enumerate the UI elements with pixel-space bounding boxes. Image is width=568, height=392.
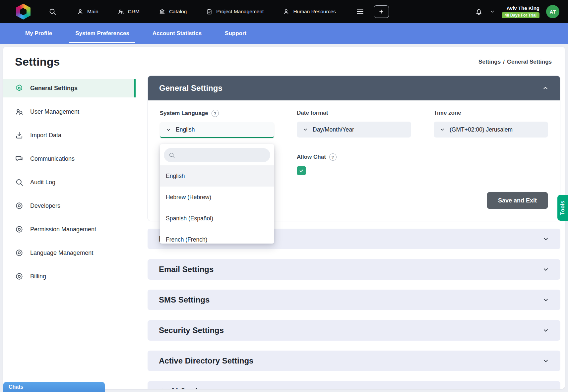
settings-sidebar: General Settings User Management Import … (3, 75, 136, 389)
help-icon[interactable] (212, 110, 219, 117)
section-sms-settings[interactable]: SMS Settings (148, 290, 560, 310)
sidebar-item-label: Audit Log (30, 179, 55, 186)
breadcrumb-root[interactable]: Settings (478, 59, 501, 65)
plus-icon (378, 8, 385, 15)
tab-label: Support (225, 30, 246, 37)
tab-system-preferences[interactable]: System Preferences (67, 23, 137, 44)
chevron-down-icon (166, 127, 171, 133)
chevron-down-icon (542, 236, 549, 242)
user-menu[interactable]: Aviv The King 48 Days For Trial (502, 5, 539, 18)
chevron-up-icon[interactable] (542, 85, 549, 91)
nav-item-human-resources[interactable]: Human Resources (283, 8, 336, 15)
allow-chat-checkbox[interactable] (297, 166, 306, 175)
breadcrumb-separator: / (503, 59, 505, 65)
section-label: Active Directory Settings (159, 356, 253, 365)
sidebar-item-user-management[interactable]: User Management (3, 102, 136, 121)
avatar[interactable]: AT (546, 5, 559, 18)
section-label: Security Settings (159, 326, 224, 335)
sidebar-item-label: Import Data (30, 132, 61, 139)
tab-support[interactable]: Support (217, 23, 254, 44)
field-label: Date format (297, 110, 328, 116)
settings-hexnut-icon (15, 84, 24, 92)
allow-chat-field: Allow Chat (297, 153, 411, 175)
users-icon (15, 107, 24, 116)
time-zone-select[interactable]: (GMT+02:00) Jerusalem (434, 122, 548, 138)
add-button[interactable] (374, 5, 389, 18)
magnifier-icon (15, 178, 24, 187)
language-option-hebrew[interactable]: Hebrew (Hebrew) (160, 187, 274, 208)
circle-dot-icon (15, 201, 24, 210)
language-option-spanish[interactable]: Spanish (Español) (160, 208, 274, 229)
menu-icon[interactable] (356, 7, 364, 16)
sidebar-item-billing[interactable]: Billing (3, 267, 136, 286)
sidebar-item-communications[interactable]: Communications (3, 149, 136, 168)
tab-label: System Preferences (75, 30, 129, 37)
search-icon (168, 152, 175, 158)
help-icon[interactable] (329, 153, 337, 161)
nav-item-crm[interactable]: CRM (118, 8, 140, 15)
clipboard-check-icon (206, 8, 213, 15)
language-option-english[interactable]: English (160, 165, 274, 187)
nav-item-project-management[interactable]: Project Management (206, 8, 264, 15)
chats-bar[interactable]: Chats (3, 382, 105, 392)
field-label: System Language (160, 110, 208, 117)
date-format-field: Date format Day/Month/Year (297, 110, 411, 138)
tools-tab[interactable]: Tools (557, 195, 568, 221)
select-value: Day/Month/Year (313, 126, 354, 133)
section-ai-settings[interactable]: AI Settings (148, 381, 560, 389)
user-name: Aviv The King (507, 5, 539, 11)
nav-item-label: CRM (128, 9, 140, 15)
sidebar-item-language-management[interactable]: Language Management (3, 244, 136, 262)
search-icon[interactable] (48, 8, 56, 16)
general-settings-panel-body: System Language English (148, 100, 560, 221)
chat-bubble-icon (15, 154, 24, 163)
tab-account-statistics[interactable]: Account Statistics (145, 23, 210, 44)
language-search-input[interactable] (178, 152, 266, 158)
date-format-label-row: Date format (297, 110, 411, 116)
section-email-settings[interactable]: Email Settings (148, 259, 560, 280)
sidebar-item-general-settings[interactable]: General Settings (3, 79, 136, 97)
notifications-bell-icon[interactable] (474, 7, 483, 16)
date-format-select[interactable]: Day/Month/Year (297, 122, 411, 138)
sidebar-item-import-data[interactable]: Import Data (3, 126, 136, 144)
nav-item-catalog[interactable]: Catalog (159, 8, 187, 15)
settings-accordion: Field Settings Email Settings SMS Settin… (148, 229, 560, 389)
top-navbar: Main CRM Catalog Project Management Huma… (0, 0, 568, 23)
tab-label: Account Statistics (153, 30, 202, 37)
section-label: AI Settings (170, 387, 212, 389)
chevron-down-icon (542, 297, 549, 303)
section-security-settings[interactable]: Security Settings (148, 320, 560, 341)
card-header: Settings Settings / General Settings (3, 47, 565, 75)
sidebar-item-label: Developers (30, 202, 60, 209)
sidebar-item-developers[interactable]: Developers (3, 196, 136, 215)
sparkle-icon (159, 388, 166, 389)
tools-tab-label: Tools (560, 201, 566, 215)
language-dropdown: English Hebrew (Hebrew) Spanish (Español… (160, 144, 274, 244)
sidebar-item-label: Permission Management (30, 226, 96, 233)
system-language-label-row: System Language (160, 110, 274, 117)
section-label: SMS Settings (159, 295, 210, 305)
section-active-directory-settings[interactable]: Active Directory Settings (148, 351, 560, 371)
breadcrumb: Settings / General Settings (478, 59, 552, 65)
save-and-exit-button[interactable]: Save and Exit (487, 192, 548, 209)
sidebar-item-label: Communications (30, 155, 75, 162)
language-option-french[interactable]: French (French) (160, 229, 274, 244)
app-logo[interactable] (16, 4, 31, 20)
card-body: General Settings User Management Import … (3, 75, 565, 389)
sidebar-item-label: User Management (30, 108, 79, 115)
sidebar-item-permission-management[interactable]: Permission Management (3, 220, 136, 239)
chevron-down-icon (542, 266, 549, 273)
breadcrumb-current: General Settings (507, 59, 552, 65)
chevron-down-icon[interactable] (490, 9, 495, 14)
general-settings-panel-header[interactable]: General Settings (148, 76, 560, 100)
fields-row: System Language English (160, 110, 548, 138)
page: Settings Settings / General Settings Gen… (0, 44, 568, 389)
nav-item-main[interactable]: Main (77, 8, 98, 15)
system-language-select[interactable]: English (160, 122, 274, 138)
empty-cell (434, 153, 548, 175)
sidebar-item-label: Language Management (30, 250, 93, 256)
trial-badge: 48 Days For Trial (502, 12, 539, 18)
tab-my-profile[interactable]: My Profile (17, 23, 60, 44)
option-label: Hebrew (Hebrew) (166, 194, 211, 201)
sidebar-item-audit-log[interactable]: Audit Log (3, 173, 136, 192)
